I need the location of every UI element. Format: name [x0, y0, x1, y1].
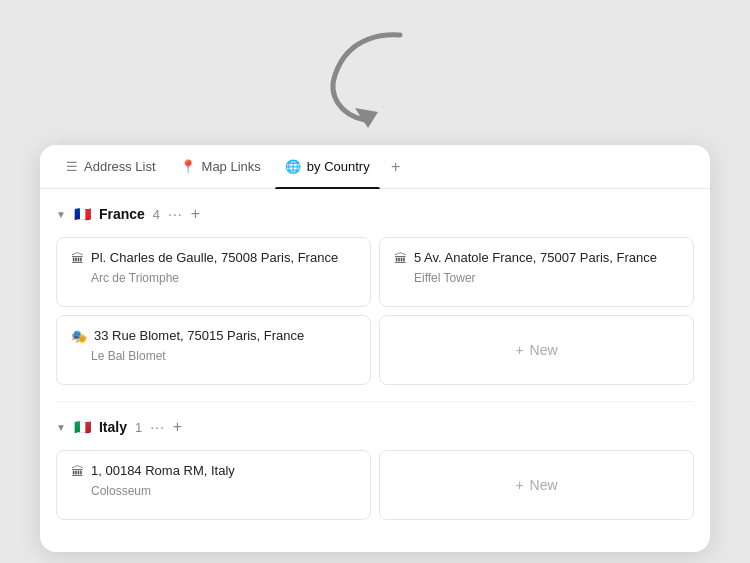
france-new-card-button[interactable]: + New [379, 315, 694, 385]
globe-icon: 🌐 [285, 159, 301, 174]
tab-address-list[interactable]: ☰ Address List [56, 145, 166, 189]
france-flag: 🇫🇷 [74, 206, 91, 222]
italy-cards-grid: 🏛 1, 00184 Roma RM, Italy Colosseum + Ne… [56, 450, 694, 520]
france-card-1-label: Arc de Triomphe [71, 271, 356, 285]
italy-title: Italy [99, 419, 127, 435]
france-card-1-address: Pl. Charles de Gaulle, 75008 Paris, Fran… [91, 250, 338, 265]
france-card-2-label: Eiffel Tower [394, 271, 679, 285]
italy-card-1-label: Colosseum [71, 484, 356, 498]
france-chevron[interactable]: ▼ [56, 209, 66, 220]
italy-new-label: New [530, 477, 558, 493]
tab-map-links[interactable]: 📍 Map Links [170, 145, 271, 189]
france-card-3-address: 33 Rue Blomet, 75015 Paris, France [94, 328, 304, 343]
france-card-arc-de-triomphe[interactable]: 🏛 Pl. Charles de Gaulle, 75008 Paris, Fr… [56, 237, 371, 307]
italy-section-header: ▼ 🇮🇹 Italy 1 ··· + [56, 414, 694, 440]
italy-add-button[interactable]: + [173, 418, 182, 436]
france-new-plus-icon: + [515, 342, 523, 358]
france-more-button[interactable]: ··· [168, 206, 183, 222]
main-panel: ☰ Address List 📍 Map Links 🌐 by Country … [40, 145, 710, 552]
france-card-2-address: 5 Av. Anatole France, 75007 Paris, Franc… [414, 250, 657, 265]
content-area: ▼ 🇫🇷 France 4 ··· + 🏛 Pl. Charles de Gau… [40, 189, 710, 552]
france-new-label: New [530, 342, 558, 358]
france-add-button[interactable]: + [191, 205, 200, 223]
bank-icon-1: 🏛 [71, 251, 84, 266]
add-tab-button[interactable]: + [384, 155, 408, 179]
list-icon: ☰ [66, 159, 78, 174]
italy-new-plus-icon: + [515, 477, 523, 493]
france-title: France [99, 206, 145, 222]
arrow-indicator [310, 20, 440, 134]
italy-new-card-button[interactable]: + New [379, 450, 694, 520]
italy-card-1-address: 1, 00184 Roma RM, Italy [91, 463, 235, 478]
france-section-header: ▼ 🇫🇷 France 4 ··· + [56, 201, 694, 227]
pin-icon: 📍 [180, 159, 196, 174]
tabs-bar: ☰ Address List 📍 Map Links 🌐 by Country … [40, 145, 710, 189]
italy-count: 1 [135, 420, 142, 435]
tab-by-country[interactable]: 🌐 by Country [275, 145, 380, 189]
france-count: 4 [153, 207, 160, 222]
section-divider [56, 401, 694, 402]
france-card-le-bal-blomet[interactable]: 🎭 33 Rue Blomet, 75015 Paris, France Le … [56, 315, 371, 385]
theater-icon: 🎭 [71, 329, 87, 344]
bank-icon-2: 🏛 [394, 251, 407, 266]
italy-flag: 🇮🇹 [74, 419, 91, 435]
italy-more-button[interactable]: ··· [150, 419, 165, 435]
bank-icon-3: 🏛 [71, 464, 84, 479]
italy-card-colosseum[interactable]: 🏛 1, 00184 Roma RM, Italy Colosseum [56, 450, 371, 520]
france-cards-grid: 🏛 Pl. Charles de Gaulle, 75008 Paris, Fr… [56, 237, 694, 385]
france-card-eiffel-tower[interactable]: 🏛 5 Av. Anatole France, 75007 Paris, Fra… [379, 237, 694, 307]
france-card-3-label: Le Bal Blomet [71, 349, 356, 363]
italy-chevron[interactable]: ▼ [56, 422, 66, 433]
